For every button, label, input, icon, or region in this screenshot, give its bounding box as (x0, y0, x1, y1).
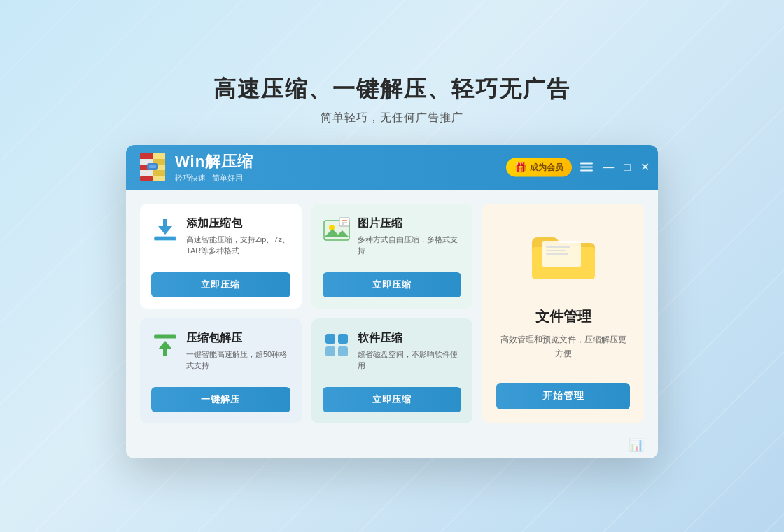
svg-rect-30 (546, 246, 570, 248)
card-title-software: 软件压缩 (358, 331, 462, 346)
card-title-compress: 添加压缩包 (186, 216, 290, 231)
svg-rect-37 (326, 334, 335, 344)
card-desc-software: 超省磁盘空间，不影响软件使用 (358, 349, 462, 372)
extract-icon (151, 331, 179, 359)
file-mgmt-title: 文件管理 (496, 307, 630, 326)
card-text-image: 图片压缩 多种方式自由压缩，多格式支持 (358, 216, 462, 257)
svg-rect-10 (153, 170, 165, 176)
svg-rect-36 (163, 348, 167, 356)
compress-down-icon (151, 216, 179, 244)
card-text-extract: 压缩包解压 一键智能高速解压，超50种格式支持 (186, 331, 290, 372)
svg-rect-31 (546, 250, 566, 251)
card-add-compress: 添加压缩包 高速智能压缩，支持Zip、7z、TAR等多种格式 立即压缩 (140, 204, 302, 309)
app-name-area: Win解压缩 轻巧快速 · 简单好用 (175, 151, 253, 183)
maximize-button[interactable]: □ (624, 162, 631, 173)
svg-rect-39 (326, 346, 335, 356)
compress-button-1[interactable]: 立即压缩 (151, 272, 290, 298)
svg-rect-40 (338, 346, 348, 356)
window-controls: — □ ✕ (580, 162, 650, 173)
card-text-software: 软件压缩 超省磁盘空间，不影响软件使用 (358, 331, 462, 372)
svg-rect-5 (140, 176, 153, 181)
title-bar-right: 🎁 成为会员 — □ ✕ (506, 158, 650, 176)
image-icon (323, 216, 351, 244)
svg-point-20 (329, 225, 335, 230)
card-btn-image: 立即压缩 (323, 262, 462, 298)
card-header-compress: 添加压缩包 高速智能压缩，支持Zip、7z、TAR等多种格式 (151, 216, 290, 257)
app-name: Win解压缩 (175, 151, 253, 172)
card-header-software: 软件压缩 超省磁盘空间，不影响软件使用 (323, 331, 462, 372)
svg-rect-7 (153, 153, 165, 159)
app-logo: Win解压缩 轻巧快速 · 简单好用 (137, 151, 253, 183)
svg-rect-22 (340, 218, 349, 226)
compress-button-image[interactable]: 立即压缩 (323, 272, 462, 298)
minimize-button[interactable]: — (603, 162, 614, 173)
vip-icon: 🎁 (514, 162, 526, 173)
vip-label: 成为会员 (530, 161, 564, 173)
extract-button[interactable]: 一键解压 (151, 387, 290, 412)
card-title-image: 图片压缩 (358, 216, 462, 231)
card-btn-software: 立即压缩 (323, 377, 462, 412)
watermark-icon: 📊 (629, 438, 644, 452)
card-btn-extract: 一键解压 (151, 377, 290, 412)
compress-button-software[interactable]: 立即压缩 (323, 387, 462, 412)
card-btn-compress: 立即压缩 (151, 262, 290, 298)
tagline-sub: 简单轻巧，无任何广告推广 (214, 111, 570, 125)
app-slogan: 轻巧快速 · 简单好用 (175, 173, 253, 183)
file-mgmt-desc: 高效管理和预览文件，压缩解压更方便 (496, 333, 630, 360)
svg-rect-4 (140, 170, 153, 176)
vip-badge[interactable]: 🎁 成为会员 (506, 158, 572, 176)
svg-rect-11 (153, 176, 165, 181)
svg-rect-13 (149, 165, 156, 168)
card-desc-image: 多种方式自由压缩，多格式支持 (358, 234, 462, 257)
menu-icon[interactable] (580, 163, 593, 172)
tagline-main: 高速压缩、一键解压、轻巧无广告 (214, 74, 570, 105)
tagline-area: 高速压缩、一键解压、轻巧无广告 简单轻巧，无任何广告推广 (214, 74, 570, 125)
card-text-compress: 添加压缩包 高速智能压缩，支持Zip、7z、TAR等多种格式 (186, 216, 290, 257)
card-file-management: 文件管理 高效管理和预览文件，压缩解压更方便 开始管理 (482, 204, 644, 424)
app-logo-icon (137, 152, 168, 183)
card-header-extract: 压缩包解压 一键智能高速解压，超50种格式支持 (151, 331, 290, 372)
title-bar: Win解压缩 轻巧快速 · 简单好用 🎁 成为会员 — □ ✕ (126, 145, 658, 190)
app-window: Win解压缩 轻巧快速 · 简单好用 🎁 成为会员 — □ ✕ (126, 145, 658, 458)
svg-rect-17 (163, 219, 167, 227)
svg-rect-34 (154, 335, 176, 338)
svg-rect-15 (154, 237, 176, 240)
folder-icon (532, 230, 595, 283)
card-image-compress: 图片压缩 多种方式自由压缩，多格式支持 立即压缩 (312, 204, 473, 309)
svg-rect-32 (546, 253, 568, 255)
file-mgmt-button[interactable]: 开始管理 (496, 383, 630, 410)
card-extract: 压缩包解压 一键智能高速解压，超50种格式支持 一键解压 (140, 318, 302, 424)
card-title-extract: 压缩包解压 (186, 331, 290, 346)
card-desc-extract: 一键智能高速解压，超50种格式支持 (186, 349, 290, 372)
software-icon (323, 331, 351, 359)
card-desc-compress: 高速智能压缩，支持Zip、7z、TAR等多种格式 (186, 234, 290, 257)
card-software-compress: 软件压缩 超省磁盘空间，不影响软件使用 立即压缩 (312, 318, 473, 424)
svg-rect-1 (140, 153, 153, 159)
close-button[interactable]: ✕ (640, 162, 650, 173)
card-header-image: 图片压缩 多种方式自由压缩，多格式支持 (323, 216, 462, 257)
svg-rect-38 (338, 334, 348, 344)
app-content: 添加压缩包 高速智能压缩，支持Zip、7z、TAR等多种格式 立即压缩 (126, 190, 658, 438)
file-mgmt-text: 文件管理 高效管理和预览文件，压缩解压更方便 (496, 307, 630, 371)
